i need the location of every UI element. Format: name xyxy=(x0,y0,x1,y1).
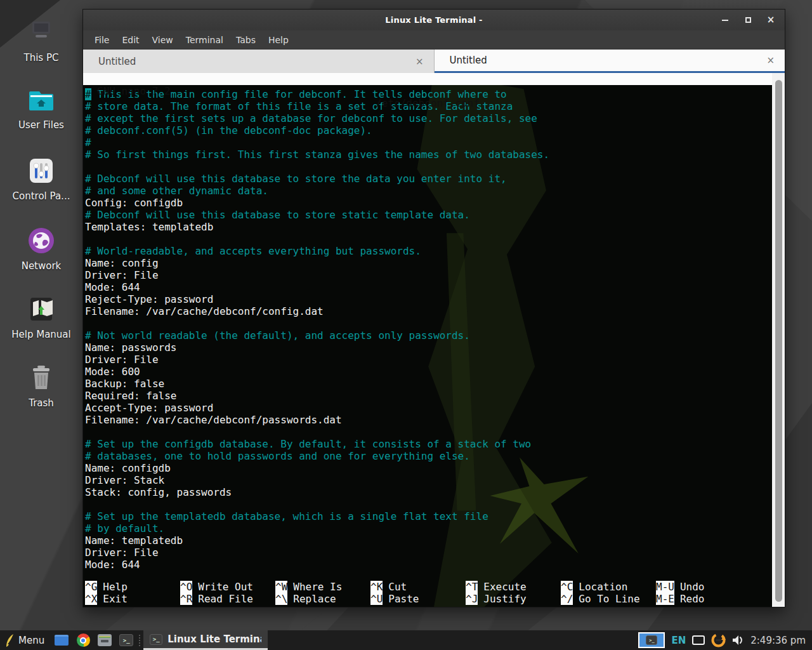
desktop-icon-help-manual[interactable]: Help Manual xyxy=(0,295,82,340)
desktop-icon-label: This PC xyxy=(24,52,59,63)
start-menu-button[interactable]: Menu xyxy=(0,630,51,650)
editor-line: Name: templatedb xyxy=(85,534,772,547)
shortcut-label: Justify xyxy=(483,593,526,605)
shortcut-label: Read File xyxy=(198,593,253,605)
taskbar-window-button[interactable]: >_ Linux Lite Terminal - xyxy=(143,630,268,650)
shortcut-hint: ^RRead File xyxy=(180,593,275,605)
tray-terminal-preview[interactable]: >_ xyxy=(638,632,665,648)
shortcut-key: ^/ xyxy=(561,593,573,605)
editor-line: # Set up the templatedb database, which … xyxy=(85,510,772,522)
shortcut-hint: ^UPaste xyxy=(370,593,466,605)
maximize-button[interactable] xyxy=(743,15,753,25)
shortcut-label: Write Out xyxy=(198,581,253,593)
volume-icon[interactable] xyxy=(732,635,744,646)
shortcut-column: M-UUndoM-ERedo xyxy=(656,581,751,605)
shortcut-label: Replace xyxy=(293,593,336,605)
desktop-icon-this-pc[interactable]: This PC xyxy=(0,18,82,63)
desktop-icon-trash[interactable]: Trash xyxy=(0,363,82,409)
terminal-window: Linux Lite Terminal - × File Edit View T… xyxy=(82,9,785,607)
editor-line: # Set up the configdb database. By defau… xyxy=(85,438,772,450)
taskbar-window-label: Linux Lite Terminal - xyxy=(167,633,261,645)
editor-line: Filename: /var/cache/debconf/config.dat xyxy=(85,305,772,317)
menu-terminal[interactable]: Terminal xyxy=(180,32,230,48)
taskbar-separator xyxy=(139,635,141,646)
close-button[interactable]: × xyxy=(766,15,776,25)
window-titlebar[interactable]: Linux Lite Terminal - × xyxy=(83,10,785,30)
shortcut-hint: ^GHelp xyxy=(85,581,180,593)
desktop-icon-user-files[interactable]: User Files xyxy=(0,85,82,131)
shortcut-hint: M-UUndo xyxy=(656,581,751,593)
editor-line: Filename: /var/cache/debconf/passwords.d… xyxy=(85,414,772,426)
terminal-launcher[interactable]: >_ xyxy=(119,633,134,648)
file-manager-icon xyxy=(98,634,112,646)
editor-line: # databases, one to hold passwords and o… xyxy=(85,450,772,462)
editor-line: # debconf.conf(5) (in the debconf-doc pa… xyxy=(85,124,772,136)
nano-title-bar: GNU nano 7.2 /etc/debconf.conf xyxy=(83,73,772,85)
desktop-icon-network[interactable]: Network xyxy=(0,226,82,272)
shortcut-key: M-U xyxy=(656,581,674,593)
this-pc-icon xyxy=(25,18,57,47)
desktop-icon-label: Trash xyxy=(29,397,54,409)
tab-close-icon[interactable]: × xyxy=(766,55,775,66)
terminal-screen[interactable]: GNU nano 7.2 /etc/debconf.conf # This is… xyxy=(83,73,785,607)
tab-untitled-1[interactable]: Untitled × xyxy=(83,50,435,73)
desktop-icon-label: Control Pa... xyxy=(13,190,70,202)
editor-line: Mode: 600 xyxy=(85,366,772,378)
nano-shortcuts: ^GHelp^XExit^OWrite Out^RRead File^WWher… xyxy=(85,581,772,605)
desktop-icon-control-panel[interactable]: Control Pa... xyxy=(0,156,82,202)
shortcut-key: ^K xyxy=(370,581,383,593)
menu-file[interactable]: File xyxy=(88,32,115,48)
shortcut-label: Undo xyxy=(680,581,705,593)
clock[interactable]: 2:49:36 pm xyxy=(750,635,806,646)
terminal-icon: >_ xyxy=(150,634,162,645)
shortcut-column: ^KCut^UPaste xyxy=(370,581,466,605)
shortcut-key: ^U xyxy=(370,593,383,605)
tab-label: Untitled xyxy=(450,55,487,66)
desktop-icon-label: Help Manual xyxy=(11,329,70,340)
display-indicator-icon[interactable] xyxy=(692,635,705,645)
nano-file-path: /etc/debconf.conf xyxy=(83,97,772,109)
keyboard-layout-indicator[interactable]: EN xyxy=(671,635,686,646)
shortcut-column: ^GHelp^XExit xyxy=(85,581,180,605)
editor-line: Driver: File xyxy=(85,547,772,559)
minimize-button[interactable] xyxy=(720,15,730,25)
shortcut-key: ^X xyxy=(85,593,97,605)
desktop: This PC User Files Control Pa... Network… xyxy=(0,0,812,650)
show-desktop-launcher[interactable] xyxy=(54,633,69,648)
menu-tabs[interactable]: Tabs xyxy=(230,32,262,48)
menu-edit[interactable]: Edit xyxy=(115,32,145,48)
shortcut-hint: ^JJustify xyxy=(466,593,561,605)
editor-line: # by default. xyxy=(85,522,772,534)
shortcut-column: ^WWhere Is^\Replace xyxy=(275,581,370,605)
tab-untitled-2-active[interactable]: Untitled × xyxy=(435,50,785,73)
editor-line: Driver: Stack xyxy=(85,474,772,486)
window-controls: × xyxy=(720,10,776,30)
shortcut-label: Help xyxy=(103,581,128,593)
editor-line: Stack: config, passwords xyxy=(85,486,772,498)
shortcut-key: ^T xyxy=(466,581,478,593)
terminal-icon: >_ xyxy=(646,635,657,645)
shortcut-hint: ^CLocation xyxy=(561,581,656,593)
chrome-launcher[interactable] xyxy=(75,633,91,648)
update-manager-icon[interactable] xyxy=(711,633,726,647)
editor-line: Config: configdb xyxy=(85,197,772,209)
terminal-icon: >_ xyxy=(119,634,133,646)
menu-view[interactable]: View xyxy=(146,32,180,48)
nano-version: GNU nano 7.2 xyxy=(97,85,171,97)
editor-line xyxy=(85,233,772,245)
scrollbar-track[interactable] xyxy=(772,73,785,607)
shortcut-hint: ^KCut xyxy=(370,581,466,593)
scrollbar-thumb[interactable] xyxy=(775,80,782,602)
shortcut-label: Redo xyxy=(680,593,705,605)
user-files-folder-icon xyxy=(25,85,57,114)
editor-line: # So first things first. This first stan… xyxy=(85,149,772,161)
tab-close-icon[interactable]: × xyxy=(416,56,424,67)
menubar: File Edit View Terminal Tabs Help xyxy=(83,30,785,50)
menu-help[interactable]: Help xyxy=(262,32,295,48)
shortcut-key: ^\ xyxy=(275,593,287,605)
editor-line: Name: config xyxy=(85,257,772,269)
taskbar: Menu >_ >_ Linux Lite Terminal - >_ EN 2… xyxy=(0,630,812,650)
file-manager-launcher[interactable] xyxy=(97,633,112,648)
tab-label: Untitled xyxy=(98,56,136,67)
editor-line: # World-readable, and accepts everything… xyxy=(85,245,772,257)
